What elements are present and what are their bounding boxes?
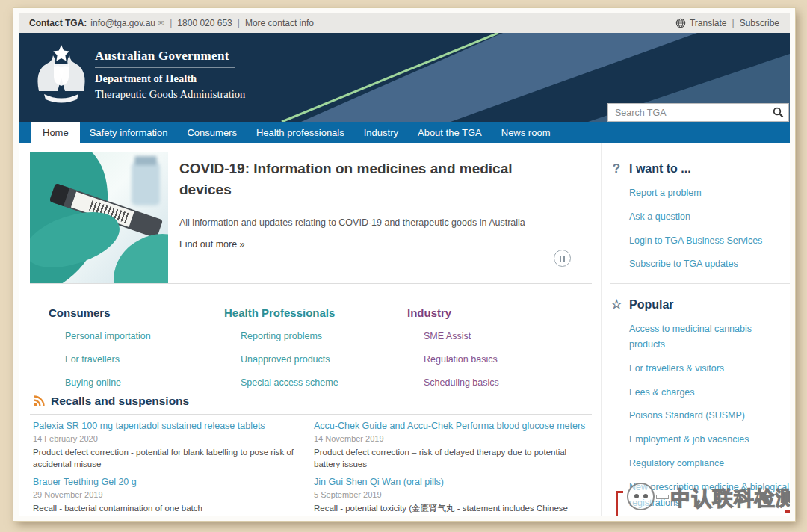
link-medicinal-cannabis[interactable]: Access to medicinal cannabis products (629, 324, 752, 350)
link-regulation-basics[interactable]: Regulation basics (424, 354, 498, 365)
recall-description: Product defect correction - potential fo… (33, 446, 302, 470)
link-buying-online[interactable]: Buying online (65, 377, 121, 388)
column-title: Industry (407, 306, 499, 319)
link-for-travellers[interactable]: For travellers (65, 354, 120, 365)
section-divider (30, 414, 592, 415)
link-regulatory-compliance[interactable]: Regulatory compliance (629, 458, 724, 468)
recall-description: Product defect correction – risk of dela… (314, 446, 594, 470)
sidebar-section-i-want-to: ? I want to ... Report a problem Ask a q… (610, 161, 790, 271)
recall-item: Palexia SR 100 mg tapentadol sustained r… (33, 421, 302, 470)
nav-tab-safety-information[interactable]: Safety information (80, 122, 178, 143)
quicklinks-consumers: Consumers Personal importation For trave… (49, 306, 151, 389)
nav-tab-consumers[interactable]: Consumers (177, 122, 246, 143)
hero-image (30, 152, 168, 284)
link-new-prescription-registrations[interactable]: New prescription medicine & biological r… (629, 482, 789, 508)
separator: | (238, 18, 240, 28)
link-poisons-standard[interactable]: Poisons Standard (SUSMP) (629, 410, 745, 421)
site-search (607, 103, 789, 122)
main-nav: Home Safety information Consumers Health… (19, 122, 790, 143)
browser-page: Contact TGA: info@tga.gov.au ✉ | 1800 02… (19, 13, 790, 516)
recall-link[interactable]: Jin Gui Shen Qi Wan (oral pills) (314, 477, 594, 487)
link-ask-a-question[interactable]: Ask a question (629, 211, 690, 222)
quicklinks-health-professionals: Health Professionals Reporting problems … (224, 306, 338, 389)
rss-icon (33, 395, 45, 407)
recall-date: 29 November 2019 (33, 490, 302, 499)
contact-label: Contact TGA: (29, 18, 87, 28)
column-title: Health Professionals (224, 306, 338, 319)
top-contact-bar: Contact TGA: info@tga.gov.au ✉ | 1800 02… (19, 13, 790, 33)
sidebar-heading: Popular (629, 298, 674, 312)
recall-date: 5 September 2019 (314, 490, 594, 499)
site-header: Australian Government Department of Heal… (19, 33, 790, 122)
coat-of-arms-icon (34, 43, 89, 105)
contact-phone: 1800 020 653 (177, 18, 232, 28)
link-report-a-problem[interactable]: Report a problem (629, 188, 702, 198)
link-reporting-problems[interactable]: Reporting problems (241, 331, 322, 341)
recall-description: Recall - bacterial contamination of one … (33, 502, 302, 514)
translate-link[interactable]: Translate (690, 18, 727, 28)
link-fees-charges[interactable]: Fees & charges (629, 387, 695, 398)
link-personal-importation[interactable]: Personal importation (65, 331, 151, 341)
vial-shape (132, 162, 160, 205)
column-title: Consumers (49, 306, 151, 319)
recall-link[interactable]: Accu-Chek Guide and Accu-Chek Performa b… (314, 421, 594, 431)
nav-tab-news-room[interactable]: News room (492, 122, 560, 143)
department-title: Department of Health (95, 72, 245, 85)
recall-date: 14 November 2019 (314, 434, 594, 443)
government-title: Australian Government (95, 49, 245, 64)
search-icon[interactable] (773, 107, 784, 118)
sidebar-section-popular: ☆ Popular Access to medicinal cannabis p… (610, 297, 790, 516)
hero-description: All information and updates relating to … (179, 217, 598, 228)
nav-tab-home[interactable]: Home (31, 122, 80, 143)
link-login-tga-business-services[interactable]: Login to TGA Business Services (629, 235, 762, 246)
nav-tab-health-professionals[interactable]: Health professionals (247, 122, 354, 143)
agency-title: Therapeutic Goods Administration (95, 88, 245, 101)
recall-link[interactable]: Palexia SR 100 mg tapentadol sustained r… (33, 421, 302, 431)
recall-item: Jin Gui Shen Qi Wan (oral pills) 5 Septe… (314, 477, 594, 516)
link-travellers-visitors[interactable]: For travellers & visitors (629, 363, 724, 374)
recall-item: Accu-Chek Guide and Accu-Chek Performa b… (314, 421, 594, 470)
sidebar-heading: I want to ... (629, 162, 691, 176)
link-sme-assist[interactable]: SME Assist (424, 331, 471, 341)
separator: | (170, 18, 172, 28)
nav-tab-industry[interactable]: Industry (354, 122, 408, 143)
recall-date: 14 February 2020 (33, 434, 302, 443)
carousel-pause-button[interactable] (554, 250, 571, 267)
question-mark-icon: ? (610, 161, 623, 176)
masthead-divider (95, 67, 235, 68)
star-icon: ☆ (610, 297, 623, 312)
globe-icon (675, 18, 686, 28)
section-divider (30, 283, 592, 284)
hero-title: COVID-19: Information on medicines and m… (179, 158, 564, 200)
link-unapproved-products[interactable]: Unapproved products (241, 354, 330, 365)
contact-email-link[interactable]: info@tga.gov.au (90, 18, 155, 28)
subscribe-link[interactable]: Subscribe (740, 18, 779, 28)
recalls-title: Recalls and suspensions (51, 395, 189, 408)
more-contact-link[interactable]: More contact info (245, 18, 314, 28)
link-scheduling-basics[interactable]: Scheduling basics (424, 377, 499, 388)
recalls-heading: Recalls and suspensions (33, 395, 189, 408)
recall-link[interactable]: Brauer Teething Gel 20 g (33, 477, 302, 487)
separator: | (732, 18, 735, 28)
envelope-icon: ✉ (158, 19, 164, 28)
search-input[interactable] (607, 103, 789, 122)
nav-tab-about-the-tga[interactable]: About the TGA (408, 122, 492, 143)
recall-description: Recall - potential toxicity (金匮肾气丸 - sta… (314, 502, 594, 516)
quicklinks-industry: Industry SME Assist Regulation basics Sc… (407, 306, 499, 389)
recall-item: Brauer Teething Gel 20 g 29 November 201… (33, 477, 302, 514)
sidebar-divider (610, 283, 790, 284)
sidebar: ? I want to ... Report a problem Ask a q… (601, 143, 790, 516)
link-special-access-scheme[interactable]: Special access scheme (241, 377, 338, 388)
link-employment-vacancies[interactable]: Employment & job vacancies (629, 434, 749, 445)
find-out-more-link[interactable]: Find out more » (179, 239, 245, 250)
agency-masthead: Australian Government Department of Heal… (95, 49, 245, 101)
link-subscribe-tga-updates[interactable]: Subscribe to TGA updates (629, 259, 738, 269)
